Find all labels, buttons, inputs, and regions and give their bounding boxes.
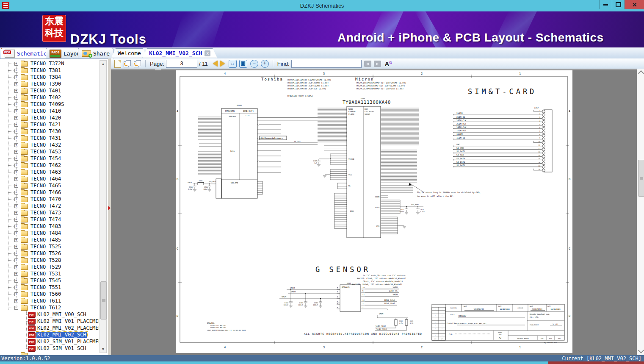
tree-expand-icon[interactable]: + <box>14 136 18 140</box>
rotate-left-button[interactable] <box>124 60 131 67</box>
tree-folder-row[interactable]: +TECNO T526 <box>0 250 99 257</box>
splitter-arrow-icon[interactable] <box>108 206 111 210</box>
doc-tab-welcome[interactable]: Welcome <box>111 48 148 58</box>
tree-folder-row[interactable]: +TECNO T525 <box>0 243 99 250</box>
tree-expand-icon[interactable]: + <box>14 238 18 242</box>
tree-expand-icon[interactable]: + <box>14 69 18 72</box>
tree-file-row[interactable]: PDFKL02_SIM_V01_PLACEMENT <box>0 338 99 345</box>
tree-expand-icon[interactable]: + <box>14 82 18 86</box>
tree-folder-row[interactable]: +TECNO T381 <box>0 67 99 74</box>
scroll-up-button[interactable]: ▲ <box>100 61 106 67</box>
tree-folder-row[interactable]: +TECNO T432 <box>0 142 99 148</box>
tree-expand-icon[interactable]: + <box>14 75 18 79</box>
tree-expand-icon[interactable]: − <box>14 306 18 310</box>
tree-file-row[interactable]: PDFKL02_MMI_V02_SCH <box>0 331 99 338</box>
rotate-right-button[interactable] <box>134 60 141 67</box>
tree-folder-row[interactable]: +TECNO T409S <box>0 101 99 108</box>
tree-expand-icon[interactable]: + <box>14 116 18 120</box>
tree-folder-row[interactable]: +TECNO T463 <box>0 169 99 175</box>
tree-folder-row[interactable]: +TECNO T483 <box>0 223 99 230</box>
next-page-button[interactable] <box>220 61 225 67</box>
tree-expand-icon[interactable]: + <box>14 96 18 100</box>
scroll-down-button[interactable]: ▼ <box>100 346 106 353</box>
tree-expand-icon[interactable]: + <box>14 89 18 93</box>
tree-file-row[interactable]: PDFKL02_MMI_V01_PLACEMENT <box>0 318 99 325</box>
tree-folder-row[interactable]: +TECNO T484 <box>0 230 99 236</box>
tree-folder-row[interactable]: +TECNO T470 <box>0 196 99 203</box>
tree-expand-icon[interactable]: + <box>14 225 18 228</box>
tree-expand-icon[interactable]: + <box>14 130 18 133</box>
find-input[interactable] <box>291 60 362 68</box>
tree-folder-row[interactable]: +TECNO T472 <box>0 203 99 209</box>
minimize-button[interactable] <box>599 0 612 9</box>
viewer-scrollbar[interactable] <box>637 69 644 355</box>
tree-folder-row[interactable]: +TECNO T528 <box>0 257 99 264</box>
tree-expand-icon[interactable]: + <box>14 292 18 296</box>
tree-folder-row[interactable]: +TECNO T454 <box>0 155 99 162</box>
tree-expand-icon[interactable]: + <box>14 279 18 283</box>
tree-folder-row[interactable]: +TECNO T401 <box>0 87 99 94</box>
tree-folder-row[interactable]: +TECNO T420 <box>0 114 99 121</box>
tree-folder-row[interactable]: +TECNO T384 <box>0 74 99 81</box>
tree-folder-row[interactable]: +TECNO T529 <box>0 264 99 270</box>
font-settings-button[interactable]: Aa <box>385 60 392 67</box>
tree-folder-row[interactable]: +TECNO T560 <box>0 291 99 297</box>
sidebar-scrollbar-thumb[interactable] <box>100 281 107 320</box>
tree-folder-row[interactable]: +TECNO T485 <box>0 236 99 243</box>
tree-expand-icon[interactable]: + <box>14 218 18 222</box>
tree-folder-row[interactable]: +TECNO T611 <box>0 297 99 304</box>
tree-expand-icon[interactable]: + <box>14 245 18 249</box>
doc-tab-close-icon[interactable]: x <box>205 50 210 56</box>
tree-expand-icon[interactable]: + <box>14 143 18 147</box>
tree-expand-icon[interactable]: + <box>14 265 18 269</box>
page-number-input[interactable] <box>166 60 197 68</box>
tree-folder-row[interactable]: +TECNO T464 <box>0 175 99 182</box>
tree-expand-icon[interactable]: + <box>14 299 18 303</box>
tree-folder-row[interactable]: +TECNO T474 <box>0 216 99 223</box>
tree-folder-row[interactable]: +TECNO T551 <box>0 284 99 291</box>
fit-width-button[interactable]: ↔ <box>229 60 237 68</box>
tree-folder-row[interactable]: +TECNO T402 <box>0 94 99 101</box>
fit-page-button[interactable]: ▣ <box>239 60 247 68</box>
tree-folder-row[interactable]: +TECNO T465 <box>0 182 99 189</box>
zoom-out-button[interactable]: − <box>250 60 258 68</box>
tab-share[interactable]: + Share <box>78 48 113 58</box>
tree-folder-row[interactable]: +TECNO T466 <box>0 189 99 196</box>
tree-file-row[interactable]: PDFKL02_MMI_V02_PLACEMENT <box>0 325 99 331</box>
tree-expand-icon[interactable]: + <box>14 204 18 208</box>
find-next-button[interactable]: ▶ <box>374 61 381 67</box>
tree-expand-icon[interactable]: + <box>14 164 18 167</box>
tree-expand-icon[interactable]: + <box>14 103 18 106</box>
tree-expand-icon[interactable]: + <box>14 177 18 181</box>
find-previous-button[interactable]: ◀ <box>364 61 371 67</box>
tree-expand-icon[interactable]: + <box>14 286 18 289</box>
tab-schematic[interactable]: PDF Schematic <box>1 48 50 58</box>
sidebar-scrollbar[interactable]: ▲ ▼ <box>100 60 107 353</box>
tree-folder-row[interactable]: +TECNO T431 <box>0 135 99 142</box>
tree-expand-icon[interactable]: + <box>14 191 18 195</box>
viewer-scroll-down-icon[interactable] <box>638 347 644 353</box>
tree-folder-row[interactable]: +TECNO T430 <box>0 128 99 135</box>
tree-expand-icon[interactable]: + <box>14 184 18 188</box>
viewer-scroll-up-icon[interactable] <box>638 70 644 76</box>
tree-folder-row[interactable]: +TECNO T531 <box>0 270 99 277</box>
tree-expand-icon[interactable]: + <box>14 272 18 276</box>
tree-folder-row[interactable]: +TECNO T372N <box>0 60 99 67</box>
tree-folder-row[interactable]: +TECNO T462 <box>0 162 99 169</box>
panel-splitter[interactable] <box>108 58 111 355</box>
tree-expand-icon[interactable]: + <box>14 170 18 174</box>
single-page-view-button[interactable] <box>114 60 121 68</box>
previous-page-button[interactable] <box>213 61 218 67</box>
tree-folder-row[interactable]: +TECNO T473 <box>0 209 99 216</box>
tree-file-row[interactable]: PDFKL02_MMI_V00_SCH <box>0 311 99 318</box>
tree-folder-row[interactable]: −TECNO T612 <box>0 304 99 311</box>
tree-expand-icon[interactable]: + <box>14 62 18 66</box>
zoom-in-button[interactable]: + <box>261 60 269 68</box>
tree-file-row[interactable]: PDFKL02_SIM_V01_SCH <box>0 345 99 352</box>
tree-expand-icon[interactable]: + <box>14 252 18 256</box>
doc-tab-current[interactable]: KL02_MMI_V02_SCH x <box>142 48 217 58</box>
tree-expand-icon[interactable]: + <box>14 197 18 201</box>
tree-expand-icon[interactable]: + <box>14 150 18 154</box>
tree-expand-icon[interactable]: + <box>14 123 18 127</box>
tree-folder-row[interactable]: +TECNO T545 <box>0 277 99 284</box>
